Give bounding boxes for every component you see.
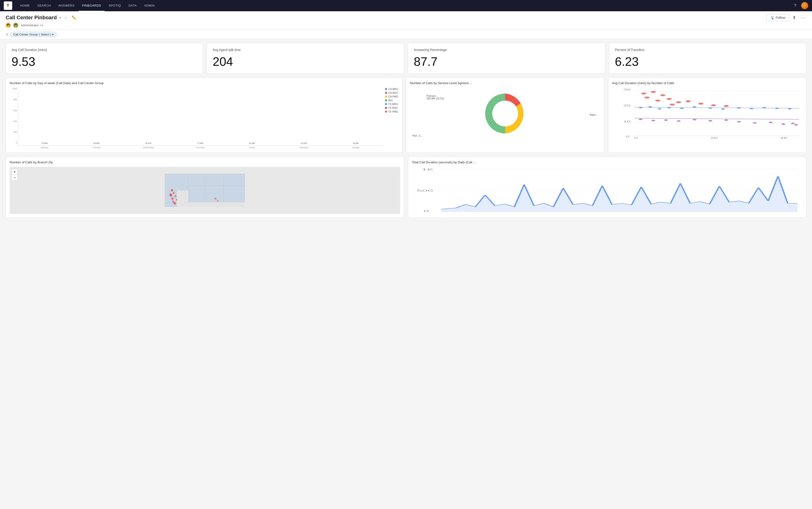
favorite-button[interactable]: ☆ [63,15,68,21]
bar-chart-title: Number of Calls by Day of week (Call Dat… [10,81,398,85]
nav-item-spotiq[interactable]: SPOTIQ [105,0,124,11]
svg-text:0: 0 [626,135,629,138]
more-button[interactable]: ⋯ [799,14,806,21]
svg-point-18 [655,100,661,102]
svg-text:2K: 2K [710,137,718,139]
svg-point-40 [651,120,655,121]
svg-point-34 [737,107,741,109]
svg-point-45 [725,120,728,121]
nav-item-home[interactable]: HOME [17,0,33,11]
svg-text:0: 0 [634,137,638,139]
metric-value-0: 9.53 [11,56,197,68]
map-card: Number of Calls by Branch Zip + − [6,157,404,218]
metric-card-2: Answering Percentage 87.7 [408,43,605,73]
page-title-row: Call Center Pinboard ▾ ☆ ✏️ 📡 Follow ⬆ ⋯ [6,14,806,21]
svg-point-33 [721,108,725,110]
metric-value-2: 87.7 [414,56,599,68]
bar-chart-card: Number of Calls by Day of week (Call Dat… [6,77,402,153]
legend-dot-2 [385,96,387,98]
svg-point-49 [781,123,785,125]
bar-total-label-3: 77.46K [197,142,203,144]
nav-item-data[interactable]: DATA [125,0,140,11]
legend-dot-4 [385,103,387,105]
svg-text:4K: 4K [780,137,788,139]
svg-point-43 [693,119,696,120]
nav-items: HOMESEARCHANSWERSPINBOARDSSPOTIQDATAADMI… [17,0,791,11]
svg-point-25 [723,105,729,107]
svg-point-28 [658,108,661,109]
legend-label-0: CA MRU [388,88,398,91]
bar-total-label-1: 81.89K [94,142,100,144]
map-area: + − [10,167,400,214]
x-label-5: Saturday [278,146,330,149]
map-title: Number of Calls by Branch Zip [10,161,400,164]
map-zoom-out[interactable]: − [12,175,17,180]
nav-item-answers[interactable]: ANSWERS [55,0,78,11]
nav-item-pinboards[interactable]: PINBOARDS [79,0,104,11]
nav-right: ? A [791,2,808,9]
legend-label-6: TX PMG [388,110,398,113]
metric-value-3: 6.23 [615,56,801,68]
donut-chart-card: Number of Calls by Service Level Agreem…… [406,77,604,153]
svg-point-60 [214,198,216,200]
line-chart-title: Total Call Duration (seconds) by Daily (… [412,161,802,164]
legend-item-6: TX PMG [385,110,398,113]
filter-parens-close: ) [50,33,51,36]
svg-point-46 [737,121,741,123]
metric-label-2: Answering Percentage [414,48,599,52]
x-label-1: Tuesday [71,146,122,149]
svg-point-30 [680,108,684,109]
legend-label-5: TX MSC [388,106,398,109]
follow-icon: 📡 [770,16,774,20]
follow-button[interactable]: 📡 Follow [767,14,789,21]
svg-text:0: 0 [424,210,429,212]
donut-container: Plus - 2… Premium -185.38K (19.1%) Basic… [410,88,600,139]
follow-label: Follow [776,16,785,20]
legend-label-3: IRU [388,99,393,102]
filter-parens-open: ( [39,33,40,36]
svg-point-15 [651,91,656,93]
nav-item-admin[interactable]: ADMIN [141,0,157,11]
filter-tag[interactable]: Call Center Group ( Select ) ▾ [10,32,57,37]
bar-total-label-4: 81.38K [249,142,255,144]
bar-total-label-0: 87.88K [42,142,48,144]
svg-point-44 [708,120,712,122]
svg-point-23 [698,103,703,105]
legend-dot-0 [385,88,387,90]
map-svg [10,167,400,214]
filter-label: Call Center Group [13,33,38,36]
svg-point-38 [788,108,791,109]
svg-point-59 [174,202,176,204]
help-button[interactable]: ? [791,2,799,9]
page-title: Call Center Pinboard [6,14,57,21]
svg-point-0 [492,101,518,127]
map-zoom-in[interactable]: + [12,169,17,175]
meta-text: Administrator +1 [21,24,43,27]
svg-text:500: 500 [417,190,433,192]
metric-card-0: Avg Call Duration (mins) 9.53 [6,43,203,73]
bar-total-label-5: 42.22K [301,142,307,144]
app-logo: T [4,1,12,10]
svg-point-22 [670,104,675,105]
svg-point-26 [639,107,642,108]
donut-chart-title: Number of Calls by Service Level Agreem… [410,81,600,85]
title-dropdown-icon[interactable]: ▾ [59,16,61,20]
scatter-svg: 30 20 10 0 0 2K 4K [612,88,802,139]
charts-three-col: Number of Calls by Day of week (Call Dat… [6,77,806,153]
svg-point-31 [693,106,696,108]
edit-button[interactable]: ✏️ [71,15,77,21]
legend-dot-6 [385,111,387,112]
user-avatar[interactable]: A [801,2,808,9]
map-controls[interactable]: + − [11,169,17,181]
filter-caret-icon: ▾ [52,33,54,36]
metric-card-1: Avg Agent talk time 204 [207,43,404,73]
bar-total-label-2: 82.67K [145,142,151,144]
nav-item-search[interactable]: SEARCH [34,0,54,11]
filter-value: Select [41,33,49,36]
svg-point-39 [639,119,642,120]
share-button[interactable]: ⬆ [791,14,798,21]
svg-point-55 [175,195,176,197]
filter-bar: ▽ Call Center Group ( Select ) ▾ [0,30,812,39]
svg-point-48 [769,122,773,123]
bottom-row: Number of Calls by Branch Zip + − [6,157,806,218]
